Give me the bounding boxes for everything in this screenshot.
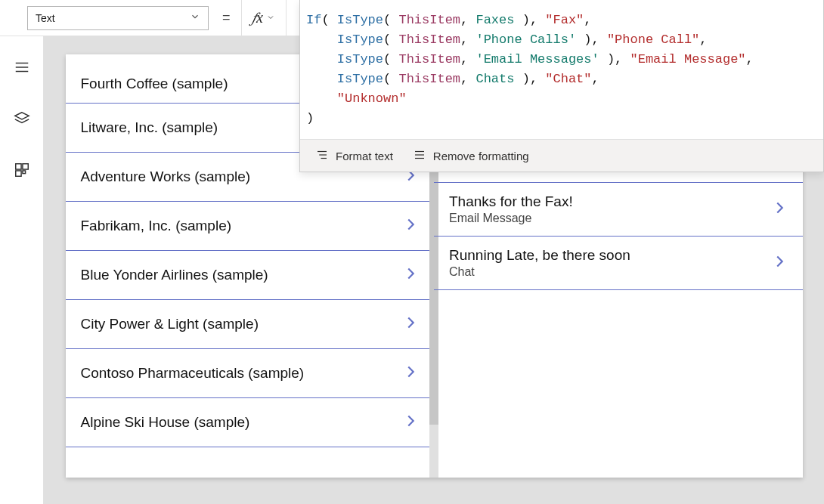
formula-editor: If( IsType( ThisItem, Faxes ), "Fax", Is… [299,0,824,172]
chevron-right-icon[interactable] [771,253,788,273]
format-text-button[interactable]: Format text [315,148,393,164]
formula-toolbar: Format text Remove formatting [300,139,823,172]
chevron-right-icon[interactable] [771,199,788,219]
remove-formatting-button[interactable]: Remove formatting [413,148,529,164]
account-name: Fourth Coffee (sample) [81,76,228,92]
list-item[interactable]: Contoso Pharmaceuticals (sample) [66,349,435,398]
chevron-down-icon [190,11,200,24]
layers-icon[interactable] [14,110,30,130]
account-name: Blue Yonder Airlines (sample) [81,267,268,283]
list-item[interactable]: City Power & Light (sample) [66,300,435,349]
account-name: Adventure Works (sample) [81,169,251,185]
activity-type: Chat [449,265,630,279]
activity-subject: Thanks for the Fax! [449,193,573,210]
account-name: Litware, Inc. (sample) [81,119,218,136]
svg-marker-3 [14,113,28,119]
chevron-right-icon[interactable] [402,363,419,383]
activity-type: Email Message [449,212,573,225]
fx-label: 𝑓x [252,9,263,26]
activity-subject: Running Late, be there soon [449,247,630,264]
format-text-label: Format text [336,150,393,162]
components-icon[interactable] [14,162,30,181]
account-name: City Power & Light (sample) [81,316,259,332]
fx-button[interactable]: 𝑓x [241,0,287,36]
svg-rect-7 [22,171,25,174]
list-item[interactable]: Alpine Ski House (sample) [66,398,435,447]
hamburger-icon[interactable] [14,59,30,79]
property-selector-value: Text [36,12,55,24]
equals-sign: = [222,10,231,26]
left-rail [0,0,44,504]
chevron-down-icon [266,10,275,26]
chevron-right-icon[interactable] [402,265,419,285]
account-name: Fabrikam, Inc. (sample) [81,218,232,234]
list-item[interactable]: Thanks for the Fax!Email Message [434,183,803,237]
chevron-right-icon[interactable] [402,413,419,432]
remove-formatting-icon [413,148,426,164]
chevron-right-icon[interactable] [402,314,419,334]
list-item[interactable]: Running Late, be there soonChat [434,237,803,290]
account-name: Contoso Pharmaceuticals (sample) [81,365,305,382]
format-text-icon [315,148,329,164]
list-item[interactable]: Fabrikam, Inc. (sample) [66,202,435,251]
svg-rect-4 [15,164,20,169]
remove-formatting-label: Remove formatting [433,150,529,162]
chevron-right-icon[interactable] [402,216,419,236]
list-item[interactable]: Blue Yonder Airlines (sample) [66,251,435,300]
svg-rect-6 [15,171,20,176]
svg-rect-5 [22,164,27,169]
property-selector[interactable]: Text [27,6,209,30]
account-name: Alpine Ski House (sample) [81,414,250,431]
formula-text[interactable]: If( IsType( ThisItem, Faxes ), "Fax", Is… [300,0,823,139]
